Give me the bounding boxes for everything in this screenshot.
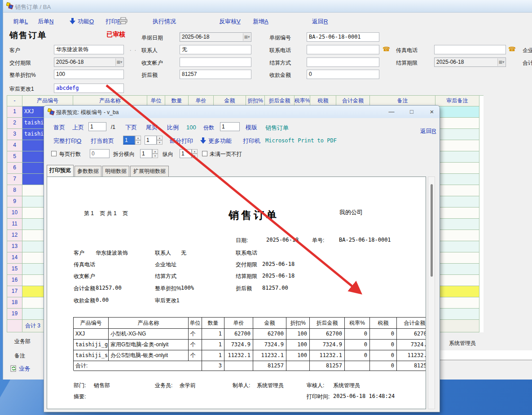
grid-row-number[interactable]: 12 — [7, 230, 22, 241]
grid-row-number[interactable]: 16 — [7, 275, 22, 286]
dialog-return-button[interactable]: 返回R — [420, 127, 436, 135]
grid-row-number[interactable]: 19 — [7, 309, 22, 320]
split-horizontal-stepper[interactable]: ▲▼ — [140, 149, 158, 158]
from-page-stepper[interactable]: ▲▼ — [123, 136, 141, 145]
grid-cell[interactable] — [435, 219, 479, 230]
grid-row-number[interactable]: 8 — [7, 185, 22, 196]
grid-cell[interactable] — [435, 241, 479, 252]
doc-no-field[interactable]: BA-25-06-18-0001 — [307, 32, 379, 42]
menu-item-unaudit[interactable]: 反审核V — [219, 18, 241, 26]
grid-cell[interactable] — [435, 286, 479, 297]
printer-icon[interactable] — [119, 17, 128, 24]
contact-field[interactable]: 无 — [180, 45, 251, 54]
dialog-titlebar[interactable]: 报表预览: 模板编号 - v_ba — □ × — [44, 106, 440, 118]
more-functions-button[interactable]: 更多功能 — [208, 137, 232, 145]
spin-up-icon[interactable]: ▲ — [152, 149, 158, 154]
split-horizontal-input[interactable] — [140, 149, 152, 158]
grid-row-number[interactable]: 18 — [7, 297, 22, 309]
tab-parameter-data[interactable]: 参数数据 — [75, 166, 101, 177]
grid-cell[interactable] — [435, 309, 479, 320]
grid-cell[interactable] — [435, 264, 479, 275]
grid-row-number[interactable]: 15 — [7, 264, 22, 275]
next-page-button[interactable]: 下页 — [125, 124, 137, 132]
copies-input[interactable] — [220, 122, 240, 131]
spin-down-icon[interactable]: ▼ — [192, 154, 198, 158]
contact-phone-field[interactable] — [307, 45, 379, 54]
settle-date-field[interactable]: 2025-06-18▦▾ — [434, 57, 506, 67]
grid-cell[interactable] — [435, 275, 479, 286]
grid-column-header[interactable]: 审后备注 — [435, 96, 479, 106]
printer-name[interactable]: Microsoft Print to PDF — [265, 137, 337, 144]
delivery-date-field[interactable]: 2025-06-18▦▾ — [54, 57, 124, 67]
grid-cell[interactable] — [435, 196, 479, 208]
received-amt-field[interactable]: 0 — [307, 70, 379, 79]
printer-button[interactable]: 打印机 — [243, 137, 260, 145]
grid-cell[interactable] — [435, 151, 479, 163]
prev-page-button[interactable]: 上页 — [72, 124, 84, 132]
calendar-dropdown-icon[interactable]: ▦▾ — [243, 33, 251, 41]
grid-row-number[interactable]: 17 — [7, 286, 22, 297]
close-button[interactable]: × — [423, 107, 440, 117]
grid-cell[interactable] — [435, 297, 479, 309]
customer-lookup-button[interactable]: . . — [130, 46, 137, 52]
spin-up-icon[interactable]: ▲ — [135, 136, 141, 140]
customer-field[interactable]: 华东捷波装饰 — [54, 45, 124, 54]
partial-print-button[interactable]: 部分打印 — [170, 137, 193, 145]
menu-item-prev-doc[interactable]: 前单L — [13, 18, 28, 26]
page-number-input[interactable] — [88, 122, 106, 131]
spin-up-icon[interactable]: ▲ — [192, 149, 198, 154]
spin-down-icon[interactable]: ▼ — [135, 140, 141, 145]
pay-account-field[interactable] — [180, 57, 251, 67]
last-page-button[interactable]: 尾页 — [146, 124, 158, 132]
spin-down-icon[interactable]: ▼ — [152, 154, 158, 158]
post-audit-change-field[interactable]: abcdefg — [54, 84, 124, 93]
maximize-button[interactable]: □ — [403, 107, 420, 117]
split-vertical-input[interactable] — [180, 149, 192, 158]
spin-up-icon[interactable]: ▲ — [157, 136, 163, 140]
preview-vertical-scrollbar[interactable] — [428, 177, 435, 409]
print-current-page-button[interactable]: 打当前页 — [91, 137, 114, 145]
split-vertical-stepper[interactable]: ▲▼ — [180, 149, 198, 158]
tab-print-preview[interactable]: 打印预览 — [47, 165, 74, 177]
tab-detail-data[interactable]: 明细数据 — [102, 166, 129, 177]
template-button[interactable]: 模版 — [246, 124, 257, 132]
grid-cell[interactable] — [435, 185, 479, 196]
grid-cell[interactable] — [435, 230, 479, 241]
grid-cell[interactable] — [435, 163, 479, 174]
grid-cell[interactable] — [435, 106, 479, 118]
grid-row-number[interactable]: 7 — [7, 174, 22, 185]
grid-cell[interactable] — [435, 252, 479, 264]
calendar-dropdown-icon[interactable]: ▦▾ — [497, 58, 505, 66]
calendar-dropdown-icon[interactable]: ▦▾ — [115, 58, 123, 66]
grid-row-number[interactable]: 13 — [7, 241, 22, 252]
first-page-button[interactable]: 首页 — [53, 124, 65, 132]
settle-method-field[interactable] — [307, 57, 379, 67]
grid-row-number[interactable]: 5 — [7, 151, 22, 163]
discounted-amt-field[interactable]: 81257 — [180, 70, 251, 79]
rows-per-page-input[interactable] — [90, 149, 110, 158]
phone-dial-icon[interactable]: ☎ — [383, 45, 390, 53]
grid-row-number[interactable]: 2 — [7, 118, 22, 129]
fax-phone-field[interactable] — [434, 45, 506, 54]
grid-row-number[interactable]: 14 — [7, 252, 22, 264]
discount-pct-field[interactable]: 100 — [54, 70, 124, 79]
grid-column-header[interactable]: - — [7, 96, 22, 106]
tab-business[interactable]: 业务 — [10, 365, 31, 373]
grid-row-number[interactable]: 1 — [7, 106, 22, 118]
grid-row-number[interactable]: 6 — [7, 163, 22, 174]
grid-row-number[interactable]: 10 — [7, 208, 22, 219]
grid-row-number[interactable]: 11 — [7, 219, 22, 230]
phone-dial-icon[interactable]: ☎ — [508, 45, 516, 53]
tab-extended-detail-data[interactable]: 扩展明细数据 — [130, 166, 169, 177]
from-page-input[interactable] — [123, 136, 135, 145]
grid-cell[interactable] — [435, 129, 479, 140]
grid-row-number[interactable]: 3 — [7, 129, 22, 140]
menu-item-next-doc[interactable]: 后单N — [38, 18, 53, 26]
scale-button[interactable]: 比例 — [167, 124, 179, 132]
menu-item-functions[interactable]: 功能O — [78, 18, 94, 26]
to-page-stepper[interactable]: ▲▼ — [145, 136, 163, 145]
skip-partial-page-checkbox[interactable] — [202, 151, 207, 156]
spin-down-icon[interactable]: ▼ — [157, 140, 163, 145]
scrollbar-thumb[interactable] — [431, 184, 433, 277]
menu-item-return[interactable]: 返回R — [312, 18, 328, 26]
